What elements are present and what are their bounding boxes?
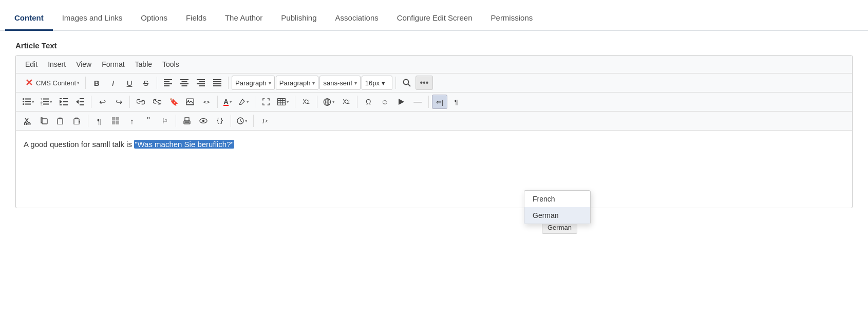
separator-10 <box>317 96 317 108</box>
emoji-button[interactable]: ☺ <box>377 95 392 109</box>
clear-format-button[interactable]: Tx <box>257 114 272 128</box>
editor-body[interactable]: A good question for samll talk is "Was m… <box>16 131 852 208</box>
time-group[interactable]: ▾ <box>234 114 250 128</box>
paragraph-style-dropdown[interactable]: Paragraph ▾ <box>276 76 319 90</box>
cms-content-button[interactable]: ✕ CMS Content ▾ <box>20 76 82 90</box>
tab-publishing[interactable]: Publishing <box>272 6 326 31</box>
block-styles-button[interactable] <box>108 114 123 128</box>
svg-rect-11 <box>199 85 205 86</box>
blockquote-button[interactable]: " <box>141 114 156 128</box>
align-justify-button[interactable] <box>210 76 225 90</box>
separator-15 <box>231 115 231 127</box>
menu-edit[interactable]: Edit <box>21 59 42 70</box>
ul-arrow-icon: ▾ <box>32 99 34 104</box>
preview-button[interactable] <box>196 114 211 128</box>
font-family-dropdown[interactable]: sans-serif ▾ <box>319 76 360 90</box>
code-button[interactable]: <> <box>199 95 214 109</box>
table-group[interactable]: ▾ <box>275 95 292 109</box>
subscript-button[interactable]: X2 <box>298 95 314 109</box>
insert-template-button[interactable]: ↑ <box>124 114 140 128</box>
paste-special-button[interactable] <box>69 114 85 128</box>
outdent-button[interactable] <box>56 95 71 109</box>
strikethrough-button[interactable]: S <box>138 76 154 90</box>
svg-rect-25 <box>43 99 49 100</box>
tab-associations[interactable]: Associations <box>326 6 388 31</box>
svg-rect-66 <box>116 117 119 120</box>
toolbar-row-1: ✕ CMS Content ▾ B I U S P <box>16 74 852 93</box>
cut-button[interactable] <box>20 114 35 128</box>
svg-rect-70 <box>185 122 189 122</box>
text-color-group[interactable]: A ▾ <box>221 95 235 109</box>
svg-rect-62 <box>74 119 79 124</box>
separator-16 <box>253 115 254 127</box>
paste-button[interactable] <box>53 114 68 128</box>
align-left-button[interactable] <box>160 76 176 90</box>
link-button[interactable] <box>133 95 148 109</box>
tab-configure-edit-screen[interactable]: Configure Edit Screen <box>388 6 482 31</box>
underline-button[interactable]: U <box>122 76 137 90</box>
svg-rect-5 <box>182 81 187 82</box>
svg-rect-68 <box>116 121 119 124</box>
menu-format[interactable]: Format <box>98 59 128 70</box>
menu-table[interactable]: Table <box>131 59 156 70</box>
menu-view[interactable]: View <box>72 59 96 70</box>
ordered-list-group[interactable]: 1.2.3. ▾ <box>38 95 55 109</box>
svg-text:3.: 3. <box>41 103 43 105</box>
highlight-group[interactable]: ▾ <box>236 95 252 109</box>
editor-text-before: A good question for samll talk is <box>24 140 134 149</box>
search-button[interactable] <box>399 76 414 90</box>
svg-point-72 <box>202 120 204 122</box>
globe-group[interactable]: ▾ <box>320 95 337 109</box>
globe-arrow-icon: ▾ <box>332 99 335 104</box>
more-button[interactable]: ••• <box>416 76 433 90</box>
svg-rect-29 <box>43 104 49 105</box>
svg-rect-6 <box>180 83 188 84</box>
unordered-list-group[interactable]: ▾ <box>20 95 37 109</box>
article-text-label: Article Text <box>15 41 853 50</box>
align-right-button[interactable] <box>193 76 209 90</box>
font-size-dropdown[interactable]: 16px ▾ <box>362 76 392 90</box>
paragraph-marker-button[interactable]: ¶ <box>91 114 107 128</box>
menu-insert[interactable]: Insert <box>44 59 70 70</box>
bold-button[interactable]: B <box>89 76 104 90</box>
tab-content[interactable]: Content <box>5 6 53 31</box>
italic-button[interactable]: I <box>105 76 121 90</box>
media-button[interactable] <box>393 95 409 109</box>
ltr-button[interactable]: ¶ <box>448 95 464 109</box>
tab-options[interactable]: Options <box>131 6 177 31</box>
svg-rect-31 <box>63 98 68 99</box>
separator-12 <box>428 96 429 108</box>
fullscreen-button[interactable] <box>258 95 274 109</box>
superscript-button[interactable]: X2 <box>338 95 354 109</box>
paragraph-style-arrow-icon: ▾ <box>312 80 315 86</box>
code-view-button[interactable]: {} <box>212 114 228 128</box>
svg-line-17 <box>408 84 410 87</box>
stamp-button[interactable]: ⚐ <box>157 114 173 128</box>
special-chars-button[interactable]: Ω <box>361 95 376 109</box>
tab-the-author[interactable]: The Author <box>216 6 272 31</box>
unlink-button[interactable] <box>149 95 165 109</box>
menu-tools[interactable]: Tools <box>158 59 183 70</box>
separator-11 <box>357 96 357 108</box>
rtl-button[interactable]: ⇐| <box>432 95 447 109</box>
svg-rect-7 <box>182 85 187 86</box>
undo-button[interactable]: ↩ <box>95 95 110 109</box>
tab-images-links[interactable]: Images and Links <box>53 6 132 31</box>
svg-rect-15 <box>213 85 221 86</box>
toolbar-row-3: ¶ ↑ " ⚐ {} ▾ Tx <box>16 112 852 131</box>
align-center-button[interactable] <box>177 76 192 90</box>
hr-button[interactable]: — <box>410 95 425 109</box>
print-button[interactable] <box>179 114 195 128</box>
copy-button[interactable] <box>36 114 52 128</box>
indent-button[interactable] <box>72 95 88 109</box>
redo-button[interactable]: ↪ <box>111 95 126 109</box>
lang-option-german[interactable]: German <box>524 207 590 218</box>
svg-point-20 <box>23 101 24 102</box>
paragraph-format-dropdown[interactable]: Paragraph ▾ <box>232 76 275 90</box>
image-button[interactable] <box>182 95 198 109</box>
tab-fields[interactable]: Fields <box>177 6 216 31</box>
bookmark-button[interactable]: 🔖 <box>166 95 181 109</box>
svg-marker-55 <box>399 99 404 105</box>
tab-permissions[interactable]: Permissions <box>482 6 542 31</box>
lang-option-french[interactable]: French <box>524 191 590 207</box>
